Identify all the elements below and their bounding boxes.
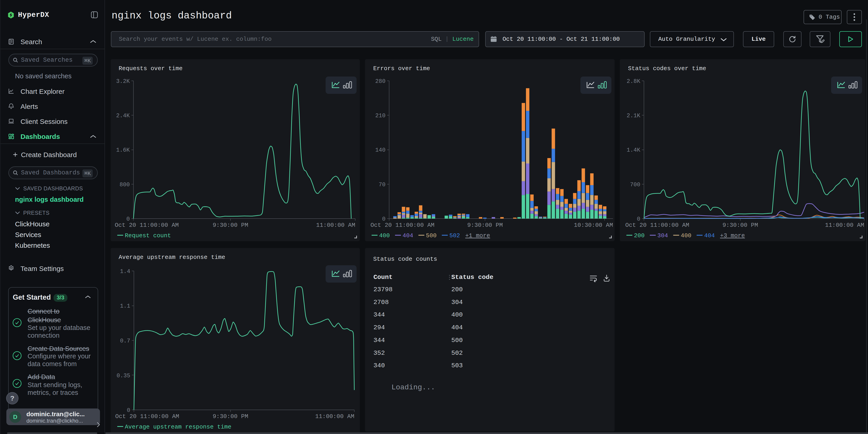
svg-text:Average upstream response time: Average upstream response time — [125, 424, 231, 430]
svg-text:Status codes over time: Status codes over time — [628, 65, 706, 72]
svg-text:500: 500 — [426, 232, 437, 239]
svg-text:400: 400 — [379, 232, 390, 239]
svg-text:1.4K: 1.4K — [627, 147, 640, 153]
svg-text:Oct 20 11:00:00 AM: Oct 20 11:00:00 AM — [370, 222, 434, 228]
svg-text:+3 more: +3 more — [720, 232, 745, 239]
svg-text:Errors over time: Errors over time — [373, 65, 430, 72]
svg-text:11:00:00 AM: 11:00:00 AM — [825, 222, 864, 228]
svg-text:2.8K: 2.8K — [627, 78, 640, 85]
svg-text:200: 200 — [634, 232, 645, 239]
svg-text:304: 304 — [657, 232, 668, 239]
svg-text:0: 0 — [637, 216, 640, 222]
svg-text:Average upstream response time: Average upstream response time — [119, 254, 225, 261]
svg-text:+1 more: +1 more — [465, 232, 490, 239]
svg-text:2.4K: 2.4K — [116, 113, 130, 119]
svg-text:Requests over time: Requests over time — [119, 65, 183, 72]
svg-text:1.6K: 1.6K — [116, 147, 130, 153]
svg-text:9:30:00 PM: 9:30:00 PM — [467, 222, 503, 228]
svg-text:2.1K: 2.1K — [627, 113, 640, 119]
svg-text:0: 0 — [382, 216, 385, 222]
svg-text:Oct 20 11:00:00 AM: Oct 20 11:00:00 AM — [625, 222, 689, 228]
svg-text:Oct 20 11:00:00 AM: Oct 20 11:00:00 AM — [115, 222, 179, 228]
svg-text:Request count: Request count — [125, 232, 171, 239]
svg-text:3.2K: 3.2K — [116, 78, 130, 85]
svg-text:0.7: 0.7 — [120, 338, 130, 344]
svg-text:0.35: 0.35 — [117, 373, 130, 379]
svg-text:11:00:00 AM: 11:00:00 AM — [316, 222, 355, 228]
svg-text:11:00:00 AM: 11:00:00 AM — [315, 413, 354, 420]
svg-text:1.4: 1.4 — [120, 268, 130, 275]
svg-text:0: 0 — [126, 216, 130, 222]
svg-text:404: 404 — [704, 232, 715, 239]
svg-text:210: 210 — [375, 113, 385, 119]
svg-text:400: 400 — [681, 232, 691, 239]
svg-text:502: 502 — [449, 232, 460, 239]
svg-text:700: 700 — [630, 182, 640, 188]
svg-text:9:30:00 PM: 9:30:00 PM — [213, 413, 248, 420]
svg-text:Oct 20 11:00:00 AM: Oct 20 11:00:00 AM — [115, 413, 179, 420]
svg-text:1.1: 1.1 — [120, 303, 130, 309]
svg-text:280: 280 — [375, 78, 385, 85]
svg-text:10:30:00 AM: 10:30:00 AM — [574, 222, 613, 228]
svg-text:9:30:00 PM: 9:30:00 PM — [213, 222, 248, 228]
svg-text:404: 404 — [403, 232, 413, 239]
svg-text:800: 800 — [120, 182, 130, 188]
svg-text:0: 0 — [127, 407, 130, 414]
svg-text:70: 70 — [379, 182, 385, 188]
svg-text:140: 140 — [375, 147, 385, 153]
svg-text:9:30:00 PM: 9:30:00 PM — [722, 222, 758, 228]
